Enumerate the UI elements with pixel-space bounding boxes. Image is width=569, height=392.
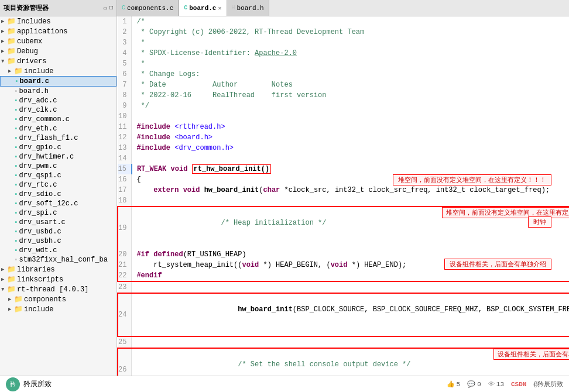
sidebar-item-debug[interactable]: ▶ 📁 Debug <box>0 46 116 56</box>
sidebar-item-drv-usart[interactable]: ▪ drv_usart.c <box>0 218 116 227</box>
c-file-icon: ▪ <box>15 78 19 85</box>
sidebar-item-stm32-conf[interactable]: ▪ stm32f1xx_hal_conf_ba <box>0 255 116 264</box>
c-file-icon: ▪ <box>14 200 18 207</box>
c-file-icon: ▪ <box>14 163 18 170</box>
sidebar-item-drv-rtc[interactable]: ▪ drv_rtc.c <box>0 180 116 190</box>
code-editor: 1 /* 2 * Copyright (c) 2006-2022, RT-Thr… <box>117 16 569 376</box>
tab-board-c-close[interactable]: ✕ <box>218 5 221 12</box>
avatar: 矜 <box>6 377 20 391</box>
sidebar-item-drivers[interactable]: ▼ 📁 drivers <box>0 56 116 66</box>
comments-count: 0 <box>477 381 481 388</box>
likes-count: 5 <box>457 381 461 388</box>
table-row: 9 */ <box>118 101 569 111</box>
sidebar-label-drv-pwm: drv_pwm.c <box>19 162 57 170</box>
minimize-icon[interactable]: ▭ <box>104 5 107 12</box>
sidebar-label-drv-clk: drv_clk.c <box>19 106 57 114</box>
sidebar-item-drv-hwtimer[interactable]: ▪ drv_hwtimer.c <box>0 152 116 161</box>
table-row: 15 RT_WEAK void rt_hw_board_init() <box>118 164 569 174</box>
table-row: 20 #if defined(RT_USING_HEAP) <box>118 249 569 260</box>
sidebar-item-drv-flash[interactable]: ▪ drv_flash_f1.c <box>0 133 116 143</box>
c-file-icon: ▪ <box>14 97 18 104</box>
folder-icon: 📁 <box>14 295 23 304</box>
sidebar-item-drv-soft-i2c[interactable]: ▪ drv_soft_i2c.c <box>0 199 116 208</box>
c-file-icon: ▪ <box>14 125 18 132</box>
annotation-heap: 堆空间，前面没有定义堆空间，在这里有定义！！！ <box>442 207 569 218</box>
c-file-icon: ▪ <box>14 209 18 216</box>
sidebar-label-drv-flash: drv_flash_f1.c <box>19 134 78 142</box>
c-file-icon: ▪ <box>14 238 18 245</box>
sidebar-label-drivers: drivers <box>17 57 46 66</box>
folder-icon: 📁 <box>14 67 23 75</box>
folder-icon: 📁 <box>7 275 16 284</box>
sidebar-panel-header: 项目资源管理器 ▭ □ <box>0 0 117 16</box>
tab-board-c[interactable]: C board.c ✕ <box>179 0 227 16</box>
sidebar-item-drv-spi[interactable]: ▪ drv_spi.c <box>0 208 116 218</box>
sidebar-label-drv-wdt: drv_wdt.c <box>19 246 57 255</box>
sidebar-label-drv-qspi: drv_qspi.c <box>19 171 61 180</box>
tab-components-c[interactable]: C components.c <box>117 0 179 16</box>
folder-icon: 📁 <box>7 57 16 66</box>
views-count: 13 <box>496 381 504 388</box>
table-row: 16 { <box>118 174 569 185</box>
table-row: 22 #endif <box>118 270 569 281</box>
table-row: 18 <box>118 195 569 207</box>
sidebar-item-drv-qspi[interactable]: ▪ drv_qspi.c <box>0 171 116 180</box>
arrow-icon: ▶ <box>1 266 6 273</box>
sidebar-item-drv-sdio[interactable]: ▪ drv_sdio.c <box>0 190 116 199</box>
sidebar-item-drv-usbd[interactable]: ▪ drv_usbd.c <box>0 227 116 236</box>
sidebar-item-rt-components[interactable]: ▶ 📁 components <box>0 294 116 304</box>
table-row: 17 extern void hw_board_init(char *clock… <box>118 185 569 195</box>
sidebar-item-cubemx[interactable]: ▶ 📁 cubemx <box>0 36 116 46</box>
table-row: 10 <box>118 111 569 122</box>
sidebar-label-board-h: board.h <box>19 87 49 95</box>
sidebar-item-linkscripts[interactable]: ▶ 📁 linkscripts <box>0 274 116 284</box>
sidebar-item-drivers-include[interactable]: ▶ 📁 include <box>0 66 116 76</box>
tab-board-h[interactable]: H board.h <box>227 0 269 16</box>
table-row: 5 * <box>118 59 569 69</box>
sidebar-item-rt-thread[interactable]: ▼ 📁 rt-thread [4.0.3] <box>0 284 116 294</box>
sidebar-item-drv-usbh[interactable]: ▪ drv_usbh.c <box>0 236 116 246</box>
arrow-icon: ▶ <box>1 48 6 54</box>
sidebar-item-drv-common[interactable]: ▪ drv_common.c <box>0 115 116 124</box>
code-scroll-area[interactable]: 1 /* 2 * Copyright (c) 2006-2022, RT-Thr… <box>117 16 569 376</box>
sidebar-label-stm32-conf: stm32f1xx_hal_conf_ba <box>19 256 108 264</box>
sidebar-item-board-h[interactable]: ▪ board.h <box>0 87 116 96</box>
table-row: 11 #include <rtthread.h> <box>118 122 569 132</box>
arrow-icon: ▼ <box>1 287 6 293</box>
c-file-icon: ▪ <box>14 191 18 198</box>
sidebar-item-drv-eth[interactable]: ▪ drv_eth.c <box>0 124 116 133</box>
table-row: 21 rt_system_heap_init((void *) HEAP_BEG… <box>118 260 569 270</box>
sidebar-label-board-c: board.c <box>20 77 49 85</box>
sidebar-item-drv-gpio[interactable]: ▪ drv_gpio.c <box>0 143 116 152</box>
comment-icon: 💬 <box>467 380 475 388</box>
sidebar-label-debug: Debug <box>17 47 38 56</box>
sidebar-label-includes: Includes <box>17 18 51 26</box>
c-file-icon: ▪ <box>14 135 18 142</box>
maximize-icon[interactable]: □ <box>109 5 113 12</box>
sidebar-item-board-c[interactable]: ▪ board.c <box>0 76 116 87</box>
sidebar-label-drv-soft-i2c: drv_soft_i2c.c <box>19 200 78 208</box>
folder-icon: 📁 <box>7 17 16 26</box>
sidebar-label-drv-usbh: drv_usbh.c <box>19 237 61 245</box>
sidebar-item-drv-wdt[interactable]: ▪ drv_wdt.c <box>0 246 116 255</box>
sidebar-label-rt-include: include <box>24 305 53 314</box>
sidebar-item-drv-adc[interactable]: ▪ drv_adc.c <box>0 96 116 105</box>
sidebar-item-drv-pwm[interactable]: ▪ drv_pwm.c <box>0 161 116 171</box>
username: 矜辰所致 <box>23 379 52 389</box>
table-row: 14 <box>118 153 569 164</box>
c-file-icon: ▪ <box>14 247 18 254</box>
sidebar-item-drv-clk[interactable]: ▪ drv_clk.c <box>0 105 116 115</box>
arrow-icon: ▶ <box>1 38 6 44</box>
table-row: 7 * Date Author Notes <box>118 80 569 90</box>
table-row: 24 hw_board_init(BSP_CLOCK_SOURCE, BSP_C… <box>118 293 569 336</box>
views-section: 👁 13 <box>488 380 504 388</box>
sidebar-item-libraries[interactable]: ▶ 📁 libraries <box>0 264 116 274</box>
folder-icon: 📁 <box>7 37 16 46</box>
sidebar-label-drv-hwtimer: drv_hwtimer.c <box>19 153 74 161</box>
table-row: 13 #include <drv_common.h> <box>118 143 569 153</box>
annotation-device: 设备组件相关，后面会有单独介绍 <box>493 349 569 360</box>
sidebar-item-rt-include[interactable]: ▶ 📁 include <box>0 304 116 314</box>
sidebar-item-includes[interactable]: ▶ 📁 Includes <box>0 16 116 26</box>
sidebar-item-applications[interactable]: ▶ 📁 applications <box>0 26 116 36</box>
table-row: 25 <box>118 336 569 348</box>
